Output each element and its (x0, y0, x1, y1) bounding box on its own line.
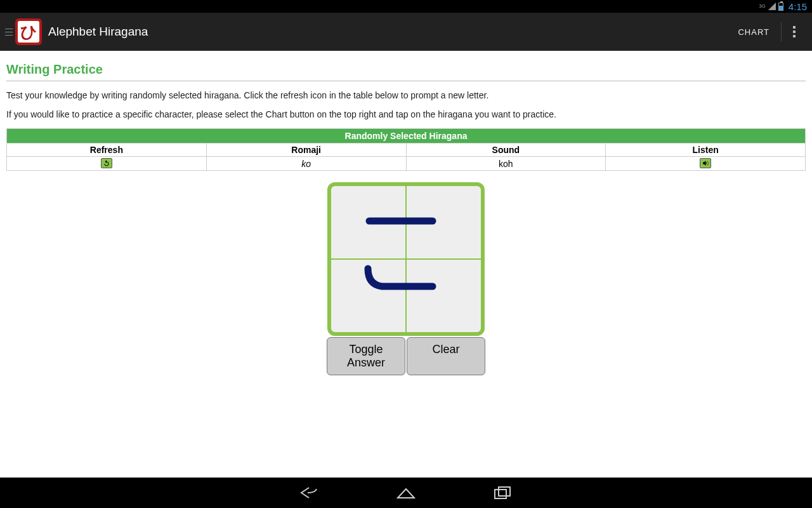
heading-rule (6, 81, 806, 81)
practice-area: Toggle Answer Clear (6, 182, 806, 375)
random-hiragana-table: Randomly Selected Hiragana Refresh Romaj… (6, 128, 806, 171)
overflow-menu-icon[interactable] (782, 26, 807, 37)
table-title: Randomly Selected Hiragana (7, 129, 806, 144)
app-logo-icon[interactable]: ひ (15, 18, 42, 45)
back-icon[interactable] (299, 483, 320, 503)
instruction-text-2: If you would like to practice a specific… (6, 109, 806, 119)
android-nav-bar (0, 478, 812, 508)
col-header-sound: Sound (406, 144, 606, 157)
drawer-toggle-icon[interactable] (5, 29, 13, 36)
page-heading: Writing Practice (6, 57, 806, 79)
network-type-label: 3G (759, 4, 766, 9)
signal-icon (768, 3, 776, 10)
app-title: Alephbet Hiragana (48, 25, 148, 39)
clear-button[interactable]: Clear (407, 337, 485, 375)
svg-rect-0 (495, 490, 506, 498)
android-status-bar: 3G 4:15 (0, 0, 812, 13)
listen-icon[interactable] (700, 158, 711, 168)
chart-button[interactable]: CHART (726, 27, 781, 37)
table-row: ko koh (7, 157, 806, 171)
sound-value: koh (406, 157, 606, 171)
clock-label: 4:15 (789, 1, 807, 12)
button-row: Toggle Answer Clear (327, 337, 485, 375)
instruction-text-1: Test your knowledge by writing randomly … (6, 90, 806, 100)
page-content: Writing Practice Test your knowledge by … (0, 51, 812, 375)
toggle-answer-button[interactable]: Toggle Answer (327, 337, 405, 375)
col-header-refresh: Refresh (7, 144, 207, 157)
col-header-listen: Listen (606, 144, 806, 157)
svg-rect-1 (499, 487, 510, 496)
romaji-value: ko (206, 157, 406, 171)
drawing-canvas[interactable] (327, 182, 485, 336)
user-strokes (331, 186, 481, 332)
battery-icon (778, 3, 783, 11)
home-icon[interactable] (396, 483, 416, 503)
refresh-icon[interactable] (101, 158, 112, 168)
col-header-romaji: Romaji (206, 144, 406, 157)
app-action-bar: ひ Alephbet Hiragana CHART (0, 13, 812, 51)
recent-apps-icon[interactable] (492, 483, 513, 503)
